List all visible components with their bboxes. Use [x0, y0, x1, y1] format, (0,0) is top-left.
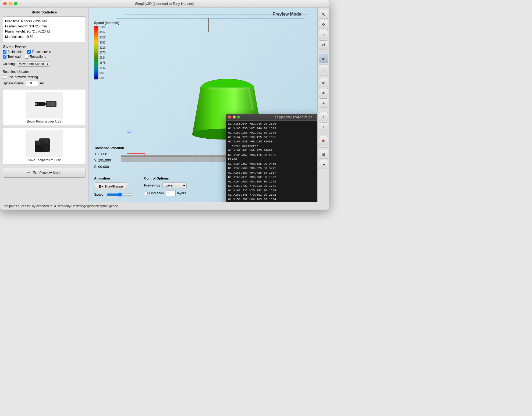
- move-tool-button[interactable]: ✛: [319, 20, 328, 29]
- toolhead-checkbox[interactable]: [3, 55, 6, 59]
- refresh-tool-button[interactable]: ↺: [319, 40, 328, 49]
- toolhead-info: Toolhead Position X: 0.000 Y: 195.000 Z:…: [94, 146, 124, 170]
- play-pause-label: Play/Pause: [105, 184, 123, 188]
- control-options: Control Options Preview By Layer Feature…: [144, 177, 187, 196]
- gcode-content[interactable]: G1 X165.544 Y83.046 E0.1696 G1 X166.530 …: [226, 121, 317, 202]
- build-time: Build time: 6 hours 7 minutes: [5, 19, 83, 24]
- legend-val-1432: 1432: [100, 66, 105, 69]
- sd-card-card[interactable]: Save Toolpaths to Disk: [3, 128, 86, 164]
- update-interval-input[interactable]: 5.0: [26, 81, 38, 86]
- layers-label: layers: [177, 191, 186, 195]
- layers-count-input[interactable]: [166, 191, 176, 196]
- live-tracking-row: Live preview tracking: [3, 75, 86, 79]
- cursor-tool-button[interactable]: ↖: [319, 10, 328, 19]
- build-stats-title: Build Statistics: [3, 10, 86, 14]
- only-show-label: Only show: [149, 191, 164, 195]
- update-interval-unit: sec: [40, 81, 45, 85]
- exit-arrow-icon: ⬅: [27, 170, 30, 175]
- svg-rect-11: [36, 141, 38, 145]
- legend-val-3216: 3216: [100, 46, 105, 49]
- wireframe-view-button[interactable]: ⬜: [319, 64, 328, 73]
- svg-point-22: [127, 153, 129, 154]
- checkbox-row-1: Build table Travel moves: [3, 50, 86, 54]
- retractions-checkbox-label[interactable]: Retractions: [25, 55, 46, 59]
- usb-image: [26, 92, 63, 119]
- gcode-close-btn[interactable]: [228, 116, 231, 119]
- coloring-select-wrapper[interactable]: Movement Speed Feature Type Layer: [17, 61, 50, 67]
- legend-val-986: 986: [100, 71, 105, 74]
- coloring-label: Coloring: [3, 62, 15, 66]
- retractions-checkbox[interactable]: [25, 55, 29, 59]
- build-table-checkbox-label[interactable]: Build table: [3, 50, 23, 54]
- exit-preview-button[interactable]: ⬅ Exit Preview Mode: [3, 168, 86, 178]
- usb-print-card[interactable]: Begin Printing over USB: [3, 89, 86, 126]
- nozzle-indicator: [208, 18, 209, 32]
- legend-val-2324: 2324: [100, 56, 105, 59]
- animation-section: Animation ⏸▶ Play/Pause Speed:: [94, 177, 133, 197]
- travel-moves-label: Travel moves: [32, 50, 51, 54]
- preview-by-label: Preview By: [144, 184, 160, 187]
- toolhead-coords: X: 0.000 Y: 195.000 Z: 99.000: [94, 151, 124, 170]
- preview-by-row: Preview By Layer Feature: [144, 182, 187, 188]
- top-view-button[interactable]: ▣: [319, 88, 328, 97]
- legend-val-2770: 2770: [100, 51, 105, 54]
- minimize-button[interactable]: [9, 2, 12, 5]
- material-cost: Material cost: 19.50: [5, 34, 83, 40]
- right-toolbar: ↖ ✛ ⤢ ↺ ◼ ⬜ ◧ ▣ ◈ ↑ ↓ ◆ ⚙ ▾▾: [317, 8, 329, 202]
- toolbar-divider-1: [320, 52, 328, 52]
- x-position: X: 0.000: [94, 151, 124, 157]
- gcode-terminal[interactable]: jiggershelltophalf.gc... ⌄ G1 X165.544 Y…: [226, 114, 317, 202]
- toolbar-divider-3: [320, 110, 328, 110]
- svg-rect-12: [38, 141, 40, 145]
- toolbar-divider-4: [320, 134, 328, 134]
- wireframe-top: [124, 15, 309, 19]
- only-show-checkbox[interactable]: [144, 192, 148, 195]
- update-interval-row: Update interval 5.0 sec: [3, 81, 86, 86]
- status-message: Toolpaths successfully exported to: /Use…: [3, 204, 118, 208]
- travel-moves-checkbox-label[interactable]: Travel moves: [27, 50, 51, 54]
- settings-button[interactable]: ⚙: [319, 150, 328, 159]
- status-bar: Toolpaths successfully exported to: /Use…: [0, 202, 329, 210]
- maximize-button[interactable]: [14, 2, 17, 5]
- gcode-max-btn[interactable]: [237, 116, 240, 119]
- z-position: Z: 99.000: [94, 164, 124, 170]
- coloring-select[interactable]: Movement Speed Feature Type Layer: [17, 61, 50, 67]
- toolhead-label: Toolhead: [8, 55, 21, 59]
- scale-tool-button[interactable]: ⤢: [319, 30, 328, 39]
- sd-card-image: [26, 130, 63, 157]
- toolhead-checkbox-label[interactable]: Toolhead: [3, 55, 21, 59]
- iso-view-button[interactable]: ◈: [319, 98, 328, 107]
- speed-slider[interactable]: [107, 192, 133, 197]
- legend-val-4108: 4108: [100, 36, 105, 39]
- plastic-weight: Plastic weight: 90.72 g (0.20 lb): [5, 29, 83, 34]
- coloring-row: Coloring Movement Speed Feature Type Lay…: [3, 61, 86, 67]
- gcode-title-bar: jiggershelltophalf.gc... ⌄: [226, 114, 317, 121]
- checkbox-row-2: Toolhead Retractions: [3, 55, 86, 59]
- live-preview-label: Live preview tracking: [8, 75, 38, 79]
- play-pause-button[interactable]: ⏸▶ Play/Pause: [94, 182, 127, 190]
- preview-by-select[interactable]: Layer Feature: [162, 182, 187, 188]
- z-down-button[interactable]: ↓: [319, 122, 328, 131]
- solid-view-button[interactable]: ◼: [319, 54, 328, 63]
- front-view-button[interactable]: ◧: [319, 78, 328, 87]
- preview-by-select-wrapper[interactable]: Layer Feature: [162, 182, 187, 188]
- legend-val-1878: 1878: [100, 61, 105, 64]
- live-preview-checkbox[interactable]: [3, 75, 6, 79]
- build-stats-box: Build time: 6 hours 7 minutes Filament l…: [3, 16, 86, 42]
- z-up-button[interactable]: ↑: [319, 112, 328, 121]
- svg-text:X: X: [144, 154, 146, 156]
- material-button[interactable]: ◆: [319, 136, 328, 145]
- left-panel: Build Statistics Build time: 6 hours 7 m…: [0, 8, 89, 202]
- exit-preview-label: Exit Preview Mode: [33, 171, 62, 175]
- update-interval-label: Update interval: [3, 81, 24, 85]
- legend-val-5000: 5000: [100, 26, 105, 29]
- toolhead-position-title: Toolhead Position: [94, 146, 124, 150]
- more-button[interactable]: ▾▾: [319, 160, 328, 169]
- gcode-min-btn[interactable]: [233, 116, 236, 119]
- animation-title: Animation: [94, 177, 133, 180]
- filament-length: Filament length: 30172.7 mm: [5, 24, 83, 29]
- travel-moves-checkbox[interactable]: [27, 50, 31, 54]
- build-table-checkbox[interactable]: [3, 50, 6, 54]
- control-options-title: Control Options: [144, 177, 187, 180]
- close-button[interactable]: [3, 2, 7, 5]
